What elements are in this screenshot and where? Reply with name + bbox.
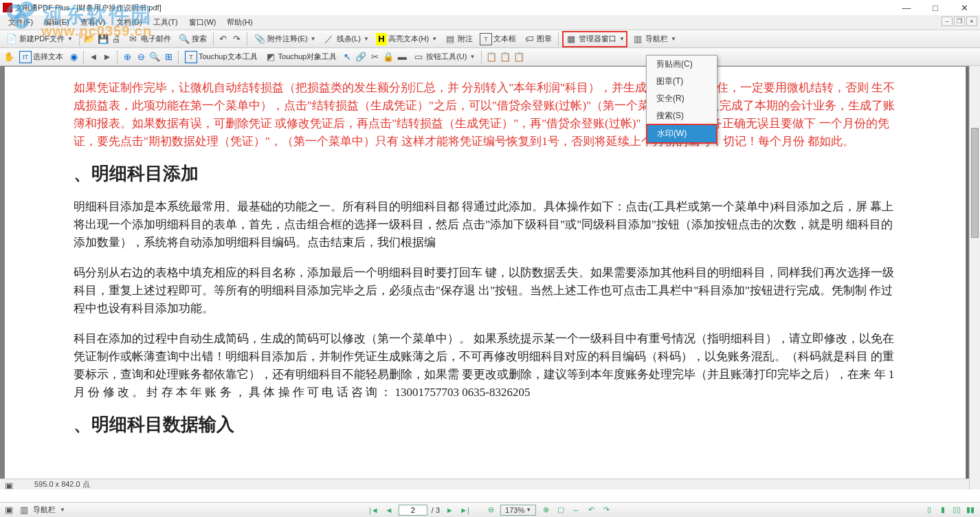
fit-page-icon[interactable]: ▢ [555, 505, 566, 516]
nav-panel-button[interactable]: ▥ 导航栏 ▼ [629, 32, 679, 47]
scrollbar-thumb[interactable] [971, 128, 979, 238]
text-select-icon: IT [19, 51, 32, 63]
menu-view[interactable]: 查看(V) [75, 16, 111, 29]
form-button-icon: ▭ [412, 51, 425, 63]
email-button[interactable]: ✉ 电子邮件 [124, 32, 174, 47]
next-view-icon[interactable]: ► [101, 51, 113, 63]
window-close-button[interactable]: ✕ [950, 0, 979, 15]
clipboard-icon-1[interactable]: 📋 [485, 51, 498, 63]
zoom-marquee-icon[interactable]: ⊞ [162, 51, 175, 63]
new-pdf-button[interactable]: 📄 新建PDF文件 ▼ [3, 32, 76, 47]
nav-panel-status-label[interactable]: 导航栏 [33, 505, 56, 515]
open-icon[interactable]: 📂 [83, 33, 96, 45]
touchup-text-button[interactable]: T Touchup文本工具 [182, 50, 260, 65]
line-icon: ／ [323, 33, 335, 45]
single-page-icon[interactable]: ▯ [924, 505, 935, 516]
touchup-text-icon: T [185, 51, 197, 63]
attach-note-button[interactable]: ▤ 附注 [441, 32, 476, 47]
menu-help[interactable]: 帮助(H) [221, 16, 258, 29]
vertical-scrollbar[interactable] [969, 66, 980, 490]
menu-edit[interactable]: 编辑(E) [38, 16, 75, 29]
page-size-icon[interactable]: ▣ [3, 479, 15, 490]
mdi-minimize-button[interactable]: – [942, 16, 953, 26]
document-paragraph-3: 码分别从右边的表格中填充相应的科目名称，添加最后一个明细科目时要打回车 键，以防… [74, 264, 904, 318]
snapshot-icon[interactable]: ◉ [67, 51, 80, 63]
manager-window-button[interactable]: ▦ 管理器窗口 ▼ [562, 31, 627, 47]
menu-window[interactable]: 窗口(W) [183, 16, 222, 29]
mdi-restore-button[interactable]: ❐ [954, 16, 965, 26]
touchup-obj-button[interactable]: ◩ Touchup对象工具 [262, 50, 340, 65]
first-page-icon[interactable]: |◄ [368, 505, 379, 516]
facing-icon[interactable]: ▯▯ [951, 505, 962, 516]
prev-view-icon[interactable]: ◄ [87, 51, 100, 63]
search-button[interactable]: 🔍 搜索 [175, 32, 210, 47]
highlight-text-label: 高亮文本(H) [388, 34, 429, 44]
pointer-icon[interactable]: ↖ [341, 51, 353, 63]
stamp-button[interactable]: 🏷 图章 [520, 32, 555, 47]
redact-icon[interactable]: ▬ [396, 51, 408, 63]
rotate-cw-icon[interactable]: ↷ [601, 505, 612, 516]
crop-icon[interactable]: ✂ [368, 51, 381, 63]
dropdown-item-stamp[interactable]: 图章(T) [647, 73, 717, 90]
next-page-icon[interactable]: ► [444, 505, 455, 516]
continuous-facing-icon[interactable]: ▮▮ [965, 505, 976, 516]
window-minimize-button[interactable]: — [892, 0, 921, 15]
horizontal-scrollbar[interactable]: ▣ 595.0 x 842.0 点 [0, 478, 969, 490]
document-heading-2: 、明细科目数据输入 [74, 412, 904, 437]
zoom-fit-icon[interactable]: 🔍 [148, 51, 161, 63]
textbox-button[interactable]: T 文本框 [477, 32, 519, 47]
zoom-level-box[interactable]: 173% ▼ [500, 505, 536, 516]
prev-page-icon[interactable]: ◄ [383, 505, 394, 516]
lines-label: 线条(L) [337, 34, 361, 44]
paperclip-icon: 📎 [254, 33, 266, 45]
save-icon[interactable]: 💾 [97, 33, 109, 45]
undo-icon[interactable]: ↶ [217, 33, 230, 45]
mail-icon: ✉ [127, 33, 140, 45]
menu-document[interactable]: 文档(D) [111, 16, 147, 29]
print-icon[interactable]: 🖨 [111, 33, 123, 45]
continuous-icon[interactable]: ▮ [937, 505, 948, 516]
dropdown-item-clipart[interactable]: 剪贴画(C) [647, 56, 717, 73]
zoom-in-status-icon[interactable]: ⊕ [540, 505, 551, 516]
select-text-button[interactable]: IT 选择文本 [16, 50, 66, 65]
redo-icon[interactable]: ↷ [231, 33, 243, 45]
page-dimensions: 595.0 x 842.0 点 [34, 478, 90, 490]
clipboard-icon-2[interactable]: 📋 [499, 51, 511, 63]
attach-annot-button[interactable]: 📎 附件注释(E) ▼ [251, 32, 319, 47]
clipboard-icon-3[interactable]: 📋 [513, 51, 525, 63]
touchup-text-label: Touchup文本工具 [199, 52, 258, 62]
hand-icon[interactable]: ✋ [3, 51, 15, 63]
mdi-close-button[interactable]: × [966, 16, 977, 26]
nav-panel-label: 导航栏 [645, 34, 668, 44]
rotate-ccw-icon[interactable]: ↶ [586, 505, 597, 516]
dropdown-item-search[interactable]: 搜索(S) [647, 107, 717, 124]
manager-window-label: 管理器窗口 [579, 34, 616, 44]
lock-icon[interactable]: 🔒 [382, 51, 394, 63]
page-number-input[interactable] [399, 505, 427, 516]
link-icon[interactable]: 🔗 [355, 51, 367, 63]
zoom-out-status-icon[interactable]: ⊖ [485, 505, 496, 516]
page-total-label: / 3 [432, 506, 440, 514]
dropdown-item-security[interactable]: 安全(R) [647, 90, 717, 107]
fit-width-icon[interactable]: ↔ [570, 505, 581, 516]
button-tools-button[interactable]: ▭ 按钮工具(U) ▼ [410, 50, 478, 65]
email-label: 电子邮件 [141, 34, 171, 44]
lines-button[interactable]: ／ 线条(L) ▼ [320, 32, 372, 47]
nav-list-icon[interactable]: ▥ [18, 504, 30, 516]
statusbar: ▣ ▥ 导航栏 ▼ |◄ ◄ / 3 ► ►| ⊖ 173% ▼ ⊕ ▢ ↔ ↶… [0, 502, 980, 517]
menu-file[interactable]: 文件(F) [3, 16, 38, 29]
zoom-in-icon[interactable]: ⊕ [121, 51, 133, 63]
zoom-level-label: 173% [505, 506, 524, 514]
highlight-text-button[interactable]: H 高亮文本(H) ▼ [373, 32, 440, 47]
app-icon [3, 3, 12, 12]
window-titlebar: 文电通PDF Plus - [财务用户操作说明书.pdf] — □ ✕ [0, 0, 980, 15]
highlight-icon: H [376, 33, 387, 45]
menu-tools[interactable]: 工具(T) [148, 16, 183, 29]
window-maximize-button[interactable]: □ [921, 0, 950, 15]
document-page[interactable]: 如果凭证制作完毕，让微机自动结转损益（把损益类的发生额分别汇总，并 分别转入"本… [4, 66, 966, 483]
page-view-icon[interactable]: ▣ [3, 504, 15, 516]
dropdown-item-watermark[interactable]: 水印(W) [647, 125, 716, 142]
last-page-icon[interactable]: ►| [459, 505, 470, 516]
zoom-out-icon[interactable]: ⊖ [135, 51, 147, 63]
main-menubar: 文件(F) 编辑(E) 查看(V) 文档(D) 工具(T) 窗口(W) 帮助(H… [0, 15, 980, 30]
